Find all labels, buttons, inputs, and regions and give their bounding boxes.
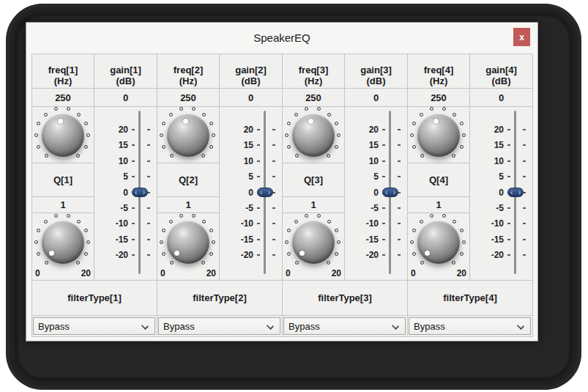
gain-slider-thumb[interactable]: ‹ › [257,188,273,197]
freq-value: 250 [283,89,345,107]
slider-tick-label: -20 [220,249,253,261]
knob-scale-dot [285,240,289,244]
freq-knob-ball[interactable] [292,114,335,157]
q-value: 1 [157,197,220,213]
q-knob-ball[interactable] [417,221,460,264]
gain-unit: (dB) [492,75,511,86]
slider-tick-label: -15 [220,234,253,245]
knob-scale-dot [201,261,205,265]
slider-tick-label: 20 [470,124,504,136]
gain-slider-cell: 20151050-5-10-15-20 ‹ › [220,107,282,281]
freq-knob-ball[interactable] [417,114,460,157]
slider-tick-mark [382,254,385,256]
filter-type-select[interactable]: Bypass [158,317,280,335]
slider-tick-label: 15 [470,139,504,151]
slider-tick-label: -10 [470,218,504,229]
filter-combo-cell: Bypass [32,316,157,336]
freq-knob[interactable] [285,107,342,164]
q-knob[interactable] [160,214,217,271]
knob-scale-dot [202,220,206,223]
knob-scale-dot [420,113,423,117]
gain-slider-cell: 20151050-5-10-15-20 ‹ › [470,107,532,281]
knob-scale-dot [169,220,173,223]
freq-knob[interactable] [160,107,217,164]
knob-scale-dot [335,252,338,256]
knob-scale-dot [160,240,163,244]
slider-tick-label: -15 [94,234,128,245]
knob-scale-dot [327,113,331,117]
slider-tick-row: 15 [94,139,157,151]
q-knob[interactable] [34,214,92,271]
freq-knob-ball[interactable] [42,114,84,157]
q-knob[interactable] [410,214,467,271]
knob-scale-dot [452,261,455,265]
slider-tick-label: 10 [94,155,128,167]
filter-type-select[interactable]: Bypass [409,317,531,335]
slider-tick-row: 15 [220,139,282,151]
knob-scale-dot [453,220,456,223]
knob-scale-dot [170,261,174,265]
q-knob-min-label: 0 [411,268,416,278]
freq-header: freq[2] (Hz) [157,54,220,89]
slider-tick-mark [257,223,260,224]
q-label: Q[1] [32,163,94,197]
knob-scale-dot [287,122,291,125]
slider-tick-mark [398,129,401,130]
slider-tick-mark [272,129,275,130]
knob-scale-dot [410,240,414,244]
knob-scale-dot [37,145,40,149]
knob-scale-dot [442,107,446,111]
freq-knob[interactable] [34,107,92,164]
gain-slider-thumb[interactable]: ‹ › [507,188,524,197]
freq-knob[interactable] [410,107,467,164]
knob-scale-dot [285,133,289,137]
slider-tick-mark [382,223,385,224]
channel-strip: freq[2] (Hz) gain[2] (dB) 250 0 20151050… [157,54,283,336]
knob-scale-dot [202,113,206,117]
filter-type-select[interactable]: Bypass [33,317,155,335]
slider-tick-mark [507,129,510,130]
freq-knob-cell [283,107,345,163]
slider-tick-label: 10 [220,155,253,167]
knob-scale-dot [287,145,291,149]
knob-indicator-dot [425,251,430,256]
gain-slider-thumb[interactable]: ‹ › [382,188,398,197]
close-button[interactable]: x [513,28,530,46]
slider-tick-row: -10 [470,218,532,229]
filter-type-label: filterType[4] [408,281,532,316]
knob-scale-dot [54,214,58,218]
q-knob-ball[interactable] [292,221,335,264]
slider-tick-mark [272,176,275,177]
freq-knob-ball[interactable] [167,114,209,157]
channel-strip: freq[1] (Hz) gain[1] (dB) 250 0 20151050… [32,54,157,336]
knob-scale-dot [305,107,308,111]
knob-scale-dot [295,261,299,265]
thumb-right-glyph: › [393,188,395,196]
q-knob-ball[interactable] [42,221,84,264]
slider-tick-label: -5 [345,202,379,214]
gain-unit: (dB) [367,75,386,86]
gain-slider-thumb[interactable]: ‹ › [132,188,148,197]
knob-scale-dot [412,145,416,149]
slider-tick-row: 10 [345,155,407,167]
q-value: 1 [283,197,345,213]
thumb-left-glyph: ‹ [135,188,137,196]
q-knob[interactable] [285,214,342,271]
chevron-down-icon [141,322,149,330]
knob-scale-dot [412,229,416,232]
knob-scale-dot [305,214,308,218]
filter-type-select[interactable]: Bypass [283,317,406,335]
slider-tick-row: 15 [470,139,532,151]
slider-tick-mark [382,144,385,146]
knob-scale-dot [412,122,416,125]
knob-indicator-dot [58,119,63,124]
knob-scale-dot [162,252,165,256]
slider-tick-label: 15 [220,139,253,151]
slider-tick-row: 5 [470,171,532,182]
gain-unit: (dB) [116,75,135,86]
q-knob-ball[interactable] [167,221,209,264]
knob-scale-dot [160,133,163,137]
slider-tick-row: 20 [220,124,282,136]
knob-scale-dot [162,229,165,232]
knob-scale-dot [460,252,464,256]
